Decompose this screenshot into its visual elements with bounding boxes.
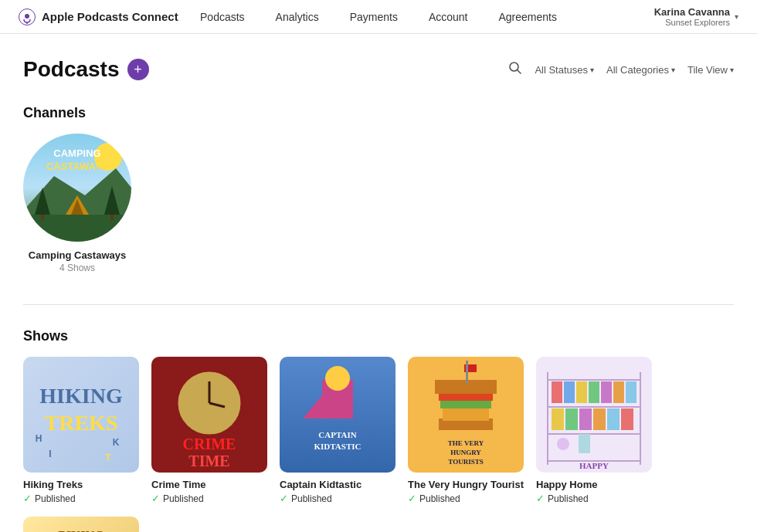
view-chevron-icon: ▾ (730, 66, 734, 74)
shows-grid: Hiking Treks✓PublishedCrime Time✓Publish… (23, 357, 734, 532)
channels-section: Channels Camping Castaways 4 Shows (23, 105, 734, 273)
show-canvas (280, 357, 395, 473)
show-item[interactable]: Biking Treks✓Published (23, 517, 139, 532)
shows-title: Shows (23, 328, 734, 344)
show-status: ✓Published (23, 493, 139, 504)
show-thumbnail-wrap (536, 357, 652, 473)
show-thumbnail-wrap (23, 517, 139, 532)
page-header: Podcasts + All Statuses ▾ All Categories… (23, 57, 734, 82)
show-name: The Very Hungry Tourist (408, 479, 524, 490)
user-menu-chevron-icon: ▾ (735, 12, 738, 21)
statuses-chevron-icon: ▾ (590, 66, 594, 74)
show-thumbnail-wrap (280, 357, 395, 473)
user-menu[interactable]: Karina Cavanna Sunset Explorers ▾ (654, 6, 738, 27)
user-name: Karina Cavanna (654, 6, 730, 18)
shows-section: Shows Hiking Treks✓PublishedCrime Time✓P… (23, 328, 734, 532)
show-name: Hiking Treks (23, 479, 139, 490)
nav-podcasts[interactable]: Podcasts (200, 8, 245, 26)
show-item[interactable]: Happy Home✓Published (536, 357, 652, 504)
show-item[interactable]: Hiking Treks✓Published (23, 357, 139, 504)
show-item[interactable]: Crime Time✓Published (151, 357, 267, 504)
status-check-icon: ✓ (23, 493, 32, 504)
status-check-icon: ✓ (151, 493, 160, 504)
show-item[interactable]: The Very Hungry Tourist✓Published (408, 357, 524, 504)
nav-account[interactable]: Account (429, 8, 468, 26)
main-content: Podcasts + All Statuses ▾ All Categories… (0, 34, 757, 532)
nav-payments[interactable]: Payments (350, 8, 398, 26)
channels-list: Camping Castaways 4 Shows (23, 134, 734, 273)
show-thumbnail-wrap (408, 357, 524, 473)
status-check-icon: ✓ (536, 493, 545, 504)
categories-chevron-icon: ▾ (671, 66, 675, 74)
show-item[interactable]: Captain Kidtastic✓Published (280, 357, 395, 504)
logo-area: Apple Podcasts Connect (19, 8, 178, 25)
status-check-icon: ✓ (408, 493, 416, 504)
channel-thumbnail (23, 134, 131, 242)
show-name: Happy Home (536, 479, 652, 490)
channel-image-wrap (23, 134, 131, 242)
app-title: Apple Podcasts Connect (42, 10, 178, 23)
main-header: Apple Podcasts Connect Podcasts Analytic… (0, 0, 757, 34)
page-title: Podcasts (23, 57, 120, 82)
channels-title: Channels (23, 105, 734, 121)
show-status: ✓Published (151, 493, 267, 504)
nav-agreements[interactable]: Agreements (498, 8, 556, 26)
show-status: ✓Published (280, 493, 395, 504)
show-status: ✓Published (408, 493, 524, 504)
show-status: ✓Published (536, 493, 652, 504)
status-label: Published (163, 493, 204, 504)
show-name: Captain Kidtastic (280, 479, 395, 490)
channel-name: Camping Castaways (29, 249, 126, 261)
show-canvas (151, 357, 267, 473)
channel-item[interactable]: Camping Castaways 4 Shows (23, 134, 131, 273)
channel-shows-count: 4 Shows (59, 263, 95, 273)
show-name: Crime Time (151, 479, 267, 490)
search-icon (508, 61, 522, 75)
page-title-row: Podcasts + (23, 57, 149, 82)
show-thumbnail-wrap (23, 357, 139, 473)
status-label: Published (35, 493, 76, 504)
user-subtitle: Sunset Explorers (654, 18, 730, 27)
status-label: Published (419, 493, 460, 504)
page-controls: All Statuses ▾ All Categories ▾ Tile Vie… (508, 61, 734, 79)
show-canvas (23, 517, 139, 532)
status-check-icon: ✓ (280, 493, 288, 504)
search-button[interactable] (508, 61, 522, 79)
podcast-logo-icon (19, 8, 36, 25)
all-statuses-filter[interactable]: All Statuses ▾ (535, 64, 594, 76)
add-podcast-button[interactable]: + (127, 59, 149, 80)
status-label: Published (291, 493, 332, 504)
all-categories-filter[interactable]: All Categories ▾ (606, 64, 675, 76)
status-label: Published (548, 493, 589, 504)
main-nav: Podcasts Analytics Payments Account Agre… (200, 8, 557, 26)
nav-analytics[interactable]: Analytics (276, 8, 319, 26)
show-canvas (536, 357, 652, 473)
show-canvas (23, 357, 139, 473)
section-divider (23, 304, 734, 305)
tile-view-toggle[interactable]: Tile View ▾ (687, 64, 734, 76)
show-canvas (408, 357, 524, 473)
show-thumbnail-wrap (151, 357, 267, 473)
svg-point-1 (25, 14, 29, 19)
svg-line-4 (518, 69, 521, 73)
